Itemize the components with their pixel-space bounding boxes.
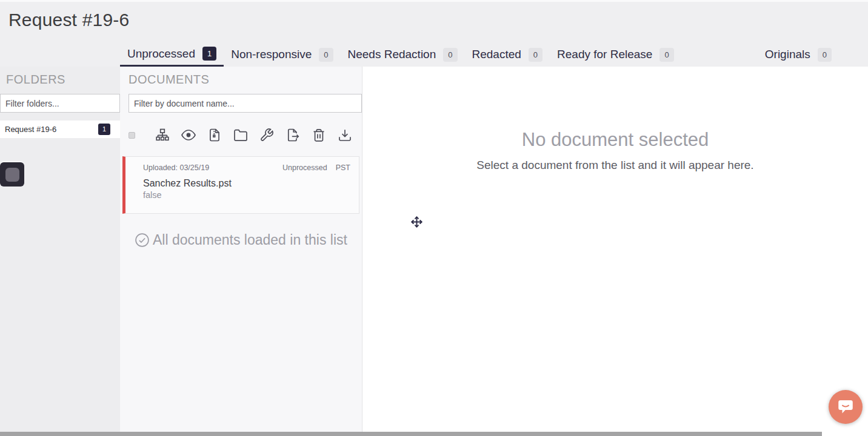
- tab-label: Non-responsive: [231, 48, 312, 61]
- document-uploaded-date: Uploaded: 03/25/19: [143, 164, 209, 172]
- document-card[interactable]: Uploaded: 03/25/19 Unprocessed PST Sanch…: [122, 156, 359, 214]
- empty-state-title: No document selected: [362, 129, 868, 151]
- tab-count-badge: 0: [659, 48, 673, 62]
- tab-unprocessed[interactable]: Unprocessed 1: [120, 42, 224, 67]
- document-name: Sanchez Results.pst: [143, 178, 350, 189]
- end-of-list-message: All documents loaded in this list: [135, 232, 347, 248]
- documents-toolbar: [129, 126, 352, 144]
- tab-count-badge: 1: [202, 47, 216, 61]
- tab-count-badge: 0: [529, 48, 542, 62]
- bottom-scrollbar[interactable]: [0, 432, 822, 436]
- zip-file-icon[interactable]: [207, 128, 222, 142]
- tab-count-badge: 0: [443, 48, 457, 62]
- header: Request #19-6 Unprocessed 1 Non-responsi…: [0, 0, 868, 67]
- tab-redacted[interactable]: Redacted 0: [465, 42, 550, 67]
- drag-tile-icon: [5, 168, 19, 182]
- document-subtext: false: [143, 190, 350, 200]
- document-filter-input[interactable]: [129, 94, 362, 113]
- eye-icon[interactable]: [181, 128, 196, 142]
- tab-ready-for-release[interactable]: Ready for Release 0: [550, 42, 681, 67]
- empty-state: No document selected Select a document f…: [362, 129, 868, 172]
- chat-bubble-icon: [836, 398, 855, 416]
- documents-panel: DOCUMENTS: [120, 67, 362, 432]
- folders-heading: FOLDERS: [6, 73, 65, 87]
- download-icon[interactable]: [338, 128, 352, 142]
- tab-count-badge: 0: [319, 48, 333, 62]
- drag-tile[interactable]: [0, 162, 24, 187]
- tab-label: Redacted: [472, 48, 521, 61]
- documents-heading: DOCUMENTS: [129, 73, 209, 87]
- tab-label: Needs Redaction: [348, 48, 436, 61]
- folder-item-request-19-6[interactable]: Request #19-6 1: [0, 121, 120, 138]
- tab-label: Unprocessed: [127, 47, 195, 61]
- tab-non-responsive[interactable]: Non-responsive 0: [224, 42, 340, 67]
- document-preview-area: No document selected Select a document f…: [362, 67, 868, 432]
- sitemap-icon[interactable]: [155, 128, 170, 142]
- document-status: Unprocessed: [282, 164, 327, 172]
- folders-panel: FOLDERS Request #19-6 1: [0, 67, 120, 432]
- export-file-icon[interactable]: [285, 128, 300, 142]
- empty-state-subtitle: Select a document from the list and it w…: [362, 159, 868, 172]
- page-title: Request #19-6: [8, 10, 129, 30]
- folder-item-label: Request #19-6: [5, 125, 98, 134]
- wrench-icon[interactable]: [259, 128, 274, 142]
- tab-bar: Unprocessed 1 Non-responsive 0 Needs Red…: [120, 42, 868, 67]
- trash-icon[interactable]: [312, 128, 326, 142]
- document-file-type: PST: [336, 164, 350, 172]
- tab-needs-redaction[interactable]: Needs Redaction 0: [341, 42, 465, 67]
- tab-label: Originals: [765, 48, 810, 61]
- check-circle-icon: [135, 233, 150, 248]
- end-of-list-text: All documents loaded in this list: [153, 232, 347, 248]
- chat-launcher-button[interactable]: [829, 390, 863, 424]
- tab-count-badge: 0: [818, 48, 832, 62]
- tab-originals[interactable]: Originals 0: [758, 42, 839, 67]
- folder-filter-input[interactable]: [0, 94, 120, 113]
- folder-count-badge: 1: [98, 124, 110, 135]
- select-all-checkbox[interactable]: [129, 132, 135, 139]
- folder-icon[interactable]: [233, 128, 248, 142]
- app-window: Request #19-6 Unprocessed 1 Non-responsi…: [0, 0, 868, 436]
- move-cursor-icon: [410, 216, 423, 228]
- tab-label: Ready for Release: [557, 48, 652, 61]
- top-strip: [0, 0, 868, 2]
